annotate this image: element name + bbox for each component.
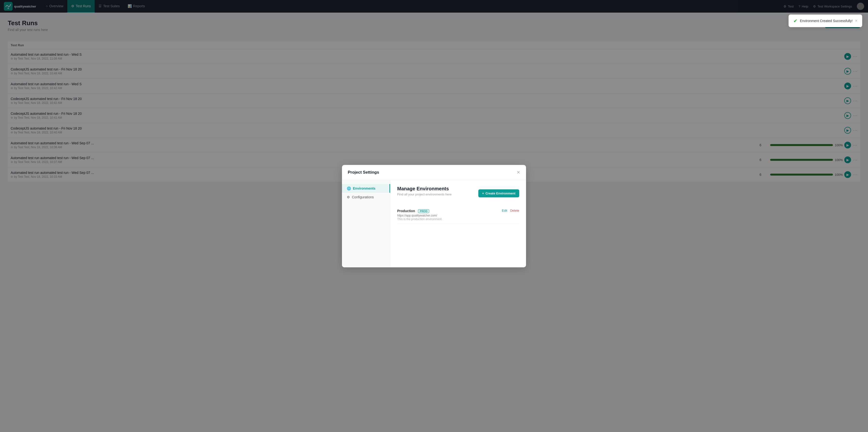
modal-close-button[interactable]: ✕: [517, 170, 520, 175]
modal-sidebar: 🌐 Environments ⚙ Configurations: [342, 180, 391, 189]
toast-success-icon: ✔: [794, 18, 798, 24]
modal-overlay[interactable]: Project Settings ✕ 🌐 Environments ⚙ Conf…: [0, 0, 868, 189]
modal-body: 🌐 Environments ⚙ Configurations Manage E…: [342, 180, 526, 189]
toast-close-button[interactable]: ×: [855, 19, 857, 23]
modal-header: Project Settings ✕: [342, 165, 526, 180]
env-icon: 🌐: [347, 186, 351, 189]
toast-message: Environment Created Successfully!: [800, 19, 853, 23]
toast-notification: ✔ Environment Created Successfully! ×: [788, 14, 862, 27]
modal-main: Manage Environments Find all your projec…: [391, 180, 526, 189]
sidebar-environments-label: Environments: [353, 186, 375, 189]
sidebar-item-environments[interactable]: 🌐 Environments: [342, 184, 390, 189]
modal-main-header: Manage Environments Find all your projec…: [397, 186, 519, 189]
modal-main-title: Manage Environments: [397, 186, 452, 189]
project-settings-modal: Project Settings ✕ 🌐 Environments ⚙ Conf…: [342, 165, 526, 189]
modal-title: Project Settings: [348, 170, 379, 175]
